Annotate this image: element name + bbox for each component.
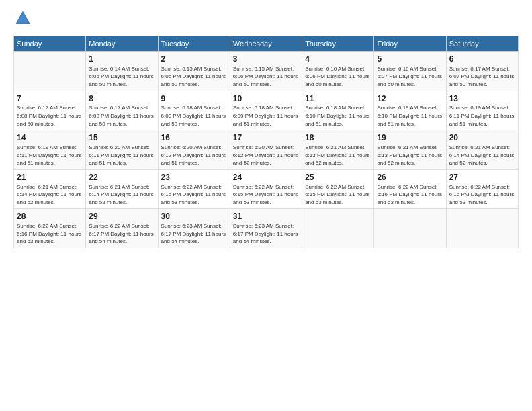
cell-info: Sunrise: 6:21 AM Sunset: 6:14 PM Dayligh…	[17, 183, 83, 207]
cell-info: Sunrise: 6:20 AM Sunset: 6:12 PM Dayligh…	[161, 144, 227, 167]
cell-info: Sunrise: 6:17 AM Sunset: 6:07 PM Dayligh…	[449, 65, 515, 89]
day-number: 26	[377, 172, 443, 183]
day-number: 28	[17, 211, 83, 222]
day-number: 13	[449, 93, 515, 105]
calendar-cell: 7Sunrise: 6:17 AM Sunset: 6:08 PM Daylig…	[14, 91, 86, 130]
day-number: 6	[449, 54, 515, 65]
day-number: 14	[17, 132, 83, 144]
calendar-week-row: 28Sunrise: 6:22 AM Sunset: 6:16 PM Dayli…	[14, 209, 519, 248]
cell-info: Sunrise: 6:20 AM Sunset: 6:11 PM Dayligh…	[89, 144, 154, 167]
calendar-week-row: 1Sunrise: 6:14 AM Sunset: 6:05 PM Daylig…	[14, 52, 519, 91]
calendar-cell: 6Sunrise: 6:17 AM Sunset: 6:07 PM Daylig…	[446, 52, 518, 91]
calendar-cell: 5Sunrise: 6:16 AM Sunset: 6:07 PM Daylig…	[374, 52, 446, 91]
day-number: 27	[449, 172, 515, 183]
cell-info: Sunrise: 6:19 AM Sunset: 6:10 PM Dayligh…	[377, 104, 443, 128]
day-number: 11	[305, 93, 371, 105]
calendar-cell	[446, 209, 518, 248]
logo	[13, 10, 31, 29]
calendar-cell: 18Sunrise: 6:21 AM Sunset: 6:13 PM Dayli…	[302, 130, 374, 170]
day-number: 10	[233, 93, 299, 105]
day-header-tuesday: Tuesday	[158, 36, 230, 52]
calendar-cell: 14Sunrise: 6:19 AM Sunset: 6:11 PM Dayli…	[14, 130, 86, 170]
cell-info: Sunrise: 6:14 AM Sunset: 6:05 PM Dayligh…	[89, 65, 154, 89]
calendar-cell	[374, 209, 446, 248]
calendar-cell: 17Sunrise: 6:20 AM Sunset: 6:12 PM Dayli…	[230, 130, 302, 170]
calendar-cell: 8Sunrise: 6:17 AM Sunset: 6:08 PM Daylig…	[86, 91, 158, 130]
page: SundayMondayTuesdayWednesdayThursdayFrid…	[0, 0, 532, 411]
cell-info: Sunrise: 6:18 AM Sunset: 6:09 PM Dayligh…	[233, 104, 299, 128]
cell-info: Sunrise: 6:18 AM Sunset: 6:10 PM Dayligh…	[305, 104, 371, 128]
calendar-cell: 1Sunrise: 6:14 AM Sunset: 6:05 PM Daylig…	[86, 52, 158, 91]
cell-info: Sunrise: 6:21 AM Sunset: 6:14 PM Dayligh…	[449, 144, 515, 167]
calendar-cell: 3Sunrise: 6:15 AM Sunset: 6:06 PM Daylig…	[230, 52, 302, 91]
day-number: 16	[161, 132, 227, 144]
cell-info: Sunrise: 6:23 AM Sunset: 6:17 PM Dayligh…	[233, 222, 299, 246]
calendar-cell: 20Sunrise: 6:21 AM Sunset: 6:14 PM Dayli…	[446, 130, 518, 170]
calendar-cell: 27Sunrise: 6:22 AM Sunset: 6:16 PM Dayli…	[446, 169, 518, 209]
day-number: 19	[377, 132, 443, 144]
cell-info: Sunrise: 6:17 AM Sunset: 6:08 PM Dayligh…	[17, 104, 83, 128]
calendar-cell: 26Sunrise: 6:22 AM Sunset: 6:16 PM Dayli…	[374, 169, 446, 209]
day-header-sunday: Sunday	[14, 36, 86, 52]
day-number: 20	[449, 132, 515, 144]
day-number: 5	[377, 54, 443, 65]
day-number: 8	[89, 93, 154, 105]
calendar-cell: 11Sunrise: 6:18 AM Sunset: 6:10 PM Dayli…	[302, 91, 374, 130]
day-header-friday: Friday	[374, 36, 446, 52]
calendar-cell	[302, 209, 374, 248]
day-number: 15	[89, 132, 154, 144]
calendar-cell: 15Sunrise: 6:20 AM Sunset: 6:11 PM Dayli…	[86, 130, 158, 170]
calendar-cell: 9Sunrise: 6:18 AM Sunset: 6:09 PM Daylig…	[158, 91, 230, 130]
cell-info: Sunrise: 6:21 AM Sunset: 6:13 PM Dayligh…	[305, 144, 371, 167]
calendar-cell: 16Sunrise: 6:20 AM Sunset: 6:12 PM Dayli…	[158, 130, 230, 170]
header	[13, 10, 519, 29]
calendar-cell: 21Sunrise: 6:21 AM Sunset: 6:14 PM Dayli…	[14, 169, 86, 209]
day-number: 17	[233, 132, 299, 144]
day-header-monday: Monday	[86, 36, 158, 52]
cell-info: Sunrise: 6:19 AM Sunset: 6:11 PM Dayligh…	[449, 104, 515, 128]
day-number: 3	[233, 54, 299, 65]
calendar-cell: 13Sunrise: 6:19 AM Sunset: 6:11 PM Dayli…	[446, 91, 518, 130]
cell-info: Sunrise: 6:22 AM Sunset: 6:15 PM Dayligh…	[305, 183, 371, 207]
day-number: 2	[161, 54, 227, 65]
calendar-header-row: SundayMondayTuesdayWednesdayThursdayFrid…	[14, 36, 519, 52]
cell-info: Sunrise: 6:22 AM Sunset: 6:15 PM Dayligh…	[161, 183, 227, 207]
cell-info: Sunrise: 6:23 AM Sunset: 6:17 PM Dayligh…	[161, 222, 227, 246]
cell-info: Sunrise: 6:15 AM Sunset: 6:05 PM Dayligh…	[161, 65, 227, 89]
calendar-cell: 10Sunrise: 6:18 AM Sunset: 6:09 PM Dayli…	[230, 91, 302, 130]
calendar-cell: 29Sunrise: 6:22 AM Sunset: 6:17 PM Dayli…	[86, 209, 158, 248]
cell-info: Sunrise: 6:15 AM Sunset: 6:06 PM Dayligh…	[233, 65, 299, 89]
cell-info: Sunrise: 6:21 AM Sunset: 6:14 PM Dayligh…	[89, 183, 154, 207]
calendar-cell: 2Sunrise: 6:15 AM Sunset: 6:05 PM Daylig…	[158, 52, 230, 91]
cell-info: Sunrise: 6:17 AM Sunset: 6:08 PM Dayligh…	[89, 104, 154, 128]
cell-info: Sunrise: 6:19 AM Sunset: 6:11 PM Dayligh…	[17, 144, 83, 167]
cell-info: Sunrise: 6:22 AM Sunset: 6:16 PM Dayligh…	[449, 183, 515, 207]
cell-info: Sunrise: 6:16 AM Sunset: 6:06 PM Dayligh…	[305, 65, 371, 89]
cell-info: Sunrise: 6:22 AM Sunset: 6:16 PM Dayligh…	[377, 183, 443, 207]
cell-info: Sunrise: 6:16 AM Sunset: 6:07 PM Dayligh…	[377, 65, 443, 89]
calendar-cell: 12Sunrise: 6:19 AM Sunset: 6:10 PM Dayli…	[374, 91, 446, 130]
cell-info: Sunrise: 6:21 AM Sunset: 6:13 PM Dayligh…	[377, 144, 443, 167]
day-number: 30	[161, 211, 227, 222]
logo-icon	[15, 10, 31, 26]
day-header-wednesday: Wednesday	[230, 36, 302, 52]
cell-info: Sunrise: 6:22 AM Sunset: 6:17 PM Dayligh…	[89, 222, 154, 246]
day-number: 9	[161, 93, 227, 105]
day-number: 18	[305, 132, 371, 144]
day-number: 23	[161, 172, 227, 183]
cell-info: Sunrise: 6:22 AM Sunset: 6:15 PM Dayligh…	[233, 183, 299, 207]
calendar-cell: 25Sunrise: 6:22 AM Sunset: 6:15 PM Dayli…	[302, 169, 374, 209]
day-number: 24	[233, 172, 299, 183]
day-number: 25	[305, 172, 371, 183]
day-header-thursday: Thursday	[302, 36, 374, 52]
calendar-cell: 19Sunrise: 6:21 AM Sunset: 6:13 PM Dayli…	[374, 130, 446, 170]
day-number: 22	[89, 172, 154, 183]
calendar-cell: 28Sunrise: 6:22 AM Sunset: 6:16 PM Dayli…	[14, 209, 86, 248]
day-number: 4	[305, 54, 371, 65]
day-number: 12	[377, 93, 443, 105]
calendar-cell: 22Sunrise: 6:21 AM Sunset: 6:14 PM Dayli…	[86, 169, 158, 209]
calendar-cell: 23Sunrise: 6:22 AM Sunset: 6:15 PM Dayli…	[158, 169, 230, 209]
cell-info: Sunrise: 6:22 AM Sunset: 6:16 PM Dayligh…	[17, 222, 83, 246]
calendar-cell: 30Sunrise: 6:23 AM Sunset: 6:17 PM Dayli…	[158, 209, 230, 248]
calendar-cell	[14, 52, 86, 91]
